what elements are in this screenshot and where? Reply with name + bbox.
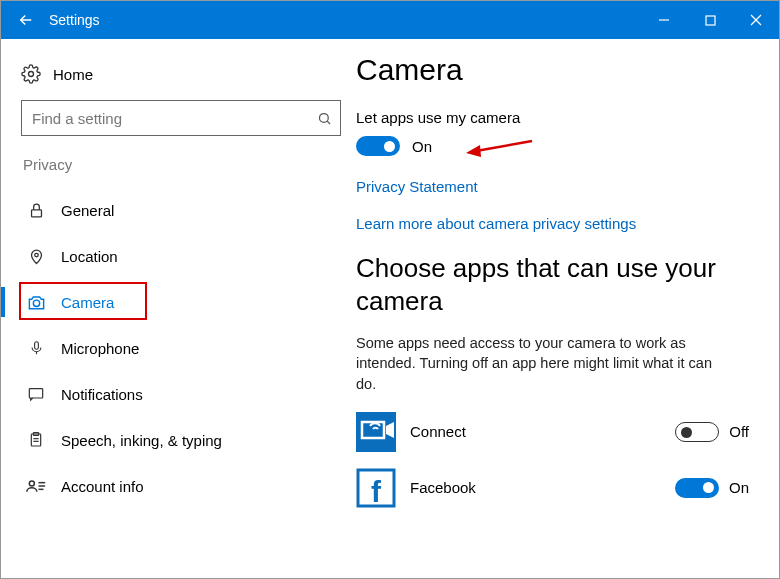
arrow-annotation	[464, 137, 534, 159]
sidebar-item-camera[interactable]: Camera	[21, 279, 356, 325]
sidebar-item-notifications[interactable]: Notifications	[21, 371, 356, 417]
app-toggle-facebook[interactable]	[675, 478, 719, 498]
main-content: Camera Let apps use my camera On Privacy…	[356, 39, 779, 578]
sidebar-item-speech[interactable]: Speech, inking, & typing	[21, 417, 356, 463]
close-button[interactable]	[733, 1, 779, 39]
app-row-facebook: f Facebook On	[356, 468, 767, 508]
section-label-privacy: Privacy	[23, 156, 356, 173]
sidebar-item-label: Notifications	[61, 386, 143, 403]
home-button[interactable]: Home	[21, 59, 356, 100]
window-title: Settings	[49, 12, 100, 28]
maximize-icon	[705, 15, 716, 26]
svg-rect-12	[29, 389, 42, 398]
sidebar: Home Privacy General Location Camera Mic…	[1, 39, 356, 578]
connect-app-icon	[356, 412, 396, 452]
svg-rect-7	[31, 209, 41, 216]
app-name: Facebook	[410, 479, 476, 496]
sidebar-item-label: Camera	[61, 294, 114, 311]
svg-point-5	[320, 113, 329, 122]
sidebar-item-label: General	[61, 202, 114, 219]
camera-enable-label: Let apps use my camera	[356, 109, 767, 126]
page-title: Camera	[356, 53, 767, 87]
sidebar-item-microphone[interactable]: Microphone	[21, 325, 356, 371]
notifications-icon	[27, 386, 45, 402]
home-label: Home	[53, 66, 93, 83]
app-row-connect: Connect Off	[356, 412, 767, 452]
choose-apps-heading: Choose apps that can use your camera	[356, 252, 767, 317]
camera-enable-toggle[interactable]	[356, 136, 400, 156]
back-button[interactable]	[9, 3, 43, 37]
app-toggle-state: On	[729, 479, 749, 496]
search-box[interactable]	[21, 100, 341, 136]
choose-apps-description: Some apps need access to your camera to …	[356, 333, 716, 394]
facebook-app-icon: f	[356, 468, 396, 508]
gear-icon	[21, 64, 41, 84]
toggle-knob	[681, 427, 692, 438]
search-icon	[317, 111, 332, 126]
location-icon	[28, 248, 45, 265]
camera-enable-state: On	[412, 138, 432, 155]
microphone-icon	[29, 339, 44, 357]
sidebar-item-label: Speech, inking, & typing	[61, 432, 222, 449]
sidebar-item-account[interactable]: Account info	[21, 463, 356, 509]
privacy-statement-link[interactable]: Privacy Statement	[356, 178, 767, 195]
arrow-left-icon	[17, 11, 35, 29]
account-icon	[26, 478, 46, 494]
minimize-icon	[658, 14, 670, 26]
sidebar-item-location[interactable]: Location	[21, 233, 356, 279]
sidebar-item-label: Location	[61, 248, 118, 265]
learn-more-link[interactable]: Learn more about camera privacy settings	[356, 215, 767, 232]
toggle-knob	[384, 141, 395, 152]
svg-rect-1	[706, 16, 715, 25]
close-icon	[750, 14, 762, 26]
app-toggle-connect[interactable]	[675, 422, 719, 442]
svg-line-21	[476, 141, 532, 151]
app-toggle-state: Off	[729, 423, 749, 440]
svg-point-8	[34, 253, 38, 257]
svg-point-17	[29, 481, 34, 486]
sidebar-item-general[interactable]: General	[21, 187, 356, 233]
titlebar: Settings	[1, 1, 779, 39]
clipboard-icon	[28, 431, 44, 449]
svg-point-4	[29, 72, 34, 77]
search-input[interactable]	[32, 110, 317, 127]
svg-text:f: f	[371, 475, 382, 508]
svg-point-9	[33, 300, 39, 306]
camera-icon	[27, 293, 46, 312]
minimize-button[interactable]	[641, 1, 687, 39]
window-controls	[641, 1, 779, 39]
svg-marker-22	[466, 145, 481, 157]
sidebar-item-label: Account info	[61, 478, 144, 495]
sidebar-item-label: Microphone	[61, 340, 139, 357]
maximize-button[interactable]	[687, 1, 733, 39]
lock-icon	[28, 202, 45, 219]
app-name: Connect	[410, 423, 466, 440]
svg-rect-10	[34, 342, 38, 350]
svg-line-6	[327, 121, 330, 124]
toggle-knob	[703, 482, 714, 493]
